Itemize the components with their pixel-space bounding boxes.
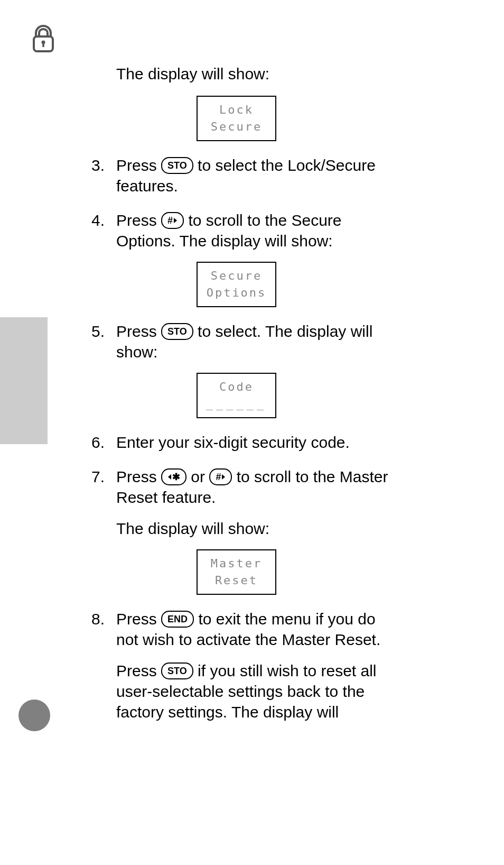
hash-key-icon: # xyxy=(209,468,232,485)
step-8-text-1: Press END to exit the menu if you do not… xyxy=(116,609,402,650)
text-fragment: Press xyxy=(116,157,161,174)
content-area: The display will show: Lock Secure Press… xyxy=(116,63,402,736)
page-marker xyxy=(18,700,50,731)
display-line: Code xyxy=(198,379,275,395)
step-3: Press STO to select the Lock/Secure feat… xyxy=(92,155,402,196)
star-char: ✱ xyxy=(172,472,180,482)
display-line: Secure xyxy=(198,268,275,284)
text-fragment: Press xyxy=(116,662,161,679)
text-fragment: or xyxy=(186,468,209,485)
step-8-text-2: Press STO if you still wish to reset all… xyxy=(116,660,402,722)
step-5-text: Press STO to select. The display will sh… xyxy=(116,321,402,362)
sto-key-icon: STO xyxy=(161,157,193,174)
text-fragment: Press xyxy=(116,211,161,229)
step-4-text: Press # to scroll to the Secure Options.… xyxy=(116,210,402,251)
step-6: Enter your six-digit security code. xyxy=(92,432,402,453)
hash-char: # xyxy=(216,472,221,482)
display-line: Reset xyxy=(198,572,275,589)
display-code: Code ______ xyxy=(197,373,276,418)
display-line: Master xyxy=(198,555,275,572)
display-line: ______ xyxy=(198,395,275,412)
lock-icon xyxy=(32,25,55,52)
side-tab xyxy=(0,317,48,444)
text-fragment: Press xyxy=(116,610,161,628)
sto-key-icon: STO xyxy=(161,662,193,679)
step-5: Press STO to select. The display will sh… xyxy=(92,321,402,418)
display-line: Options xyxy=(198,284,275,301)
display-lock-secure: Lock Secure xyxy=(197,96,276,141)
svg-rect-2 xyxy=(42,42,44,47)
steps-list: Press STO to select the Lock/Secure feat… xyxy=(116,155,402,722)
end-key-icon: END xyxy=(161,611,194,628)
text-fragment: Press xyxy=(116,323,161,340)
step-6-text: Enter your six-digit security code. xyxy=(116,432,402,453)
hash-char: # xyxy=(167,216,173,225)
display-master-reset: Master Reset xyxy=(197,549,276,595)
step-4: Press # to scroll to the Secure Options.… xyxy=(92,210,402,307)
display-line: Secure xyxy=(198,118,275,135)
step-8: Press END to exit the menu if you do not… xyxy=(92,609,402,722)
step-7-text-2: The display will show: xyxy=(116,518,402,539)
hash-key-icon: # xyxy=(161,212,184,229)
text-fragment: Press xyxy=(116,468,161,485)
intro-text: The display will show: xyxy=(116,63,402,84)
star-key-icon: ✱ xyxy=(161,468,186,485)
step-7: Press ✱ or # to scroll to the Master Res… xyxy=(92,466,402,595)
display-line: Lock xyxy=(198,102,275,118)
step-3-text: Press STO to select the Lock/Secure feat… xyxy=(116,155,402,196)
sto-key-icon: STO xyxy=(161,323,193,340)
display-secure-options: Secure Options xyxy=(197,262,276,307)
step-7-text-1: Press ✱ or # to scroll to the Master Res… xyxy=(116,466,402,508)
